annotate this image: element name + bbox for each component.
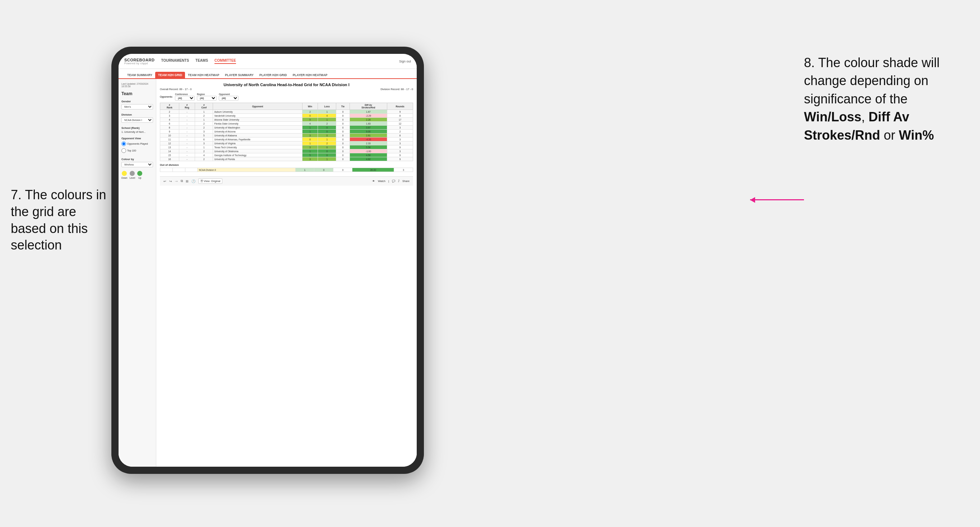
sidebar-division-section: Division NCAA Division I — [121, 113, 153, 123]
tablet-screen: SCOREBOARD Powered by clippd TOURNAMENTS… — [119, 54, 417, 467]
grid-icon[interactable]: ⊞ — [186, 179, 189, 183]
cell-loss: 1 — [318, 157, 336, 161]
conference-filter-label: Conference — [175, 93, 195, 95]
cell-loss: 2 — [318, 141, 336, 145]
right-arrow — [750, 199, 804, 200]
watch-icon: 👁 — [372, 179, 375, 183]
opponents-filter-label: Opponents: — [160, 95, 173, 98]
share-btn[interactable]: Share — [402, 179, 409, 183]
cell-diff: 2.61 — [350, 133, 387, 138]
overall-record: Overall Record: 89 - 17 - 0 — [160, 87, 191, 91]
copy-icon[interactable]: ⧉ — [181, 179, 183, 183]
undo-icon[interactable]: ↩ — [164, 179, 166, 183]
cell-conf: 2 — [195, 114, 213, 118]
redo-icon[interactable]: ↪ — [169, 179, 172, 183]
watch-btn[interactable]: Watch — [378, 179, 385, 183]
opponent-filter-select[interactable]: (All) — [219, 96, 239, 100]
cell-loss: 0 — [318, 130, 336, 133]
cell-conf: 1 — [195, 145, 213, 149]
tab-player-h2h-heatmap[interactable]: PLAYER H2H HEATMAP — [290, 72, 331, 78]
cell-diff: 4.62 — [350, 157, 387, 161]
cell-tie: 0 — [336, 141, 350, 145]
col-rank: #Rank — [160, 103, 179, 110]
cell-team: University of Florida — [213, 157, 302, 161]
legend-down: Down — [121, 171, 127, 179]
cell-tie: 0 — [336, 133, 350, 138]
cell-rounds: 3 — [387, 138, 413, 141]
view-original-btn[interactable]: ☰ View: Original — [198, 178, 223, 184]
cell-rounds: 9 — [387, 145, 413, 149]
cell-diff: -2.29 — [350, 114, 387, 118]
cell-rounds: 3 — [387, 141, 413, 145]
cell-rounds: 3 — [387, 149, 413, 153]
cell-rank: 6 — [160, 122, 179, 125]
tab-player-h2h-grid[interactable]: PLAYER H2H GRID — [256, 72, 290, 78]
comment-icon[interactable]: 💬 — [392, 179, 395, 183]
tab-team-h2h-heatmap[interactable]: TEAM H2H HEATMAP — [185, 72, 222, 78]
tab-team-summary[interactable]: TEAM SUMMARY — [124, 72, 155, 78]
cell-loss: 0 — [318, 149, 336, 153]
view-icon: ☰ — [200, 179, 204, 183]
division-select[interactable]: NCAA Division I — [121, 117, 153, 123]
cell-tie: 0 — [336, 114, 350, 118]
cell-reg: - — [179, 157, 195, 161]
legend-down-dot — [122, 171, 127, 176]
top100-radio[interactable]: Top 100 — [121, 148, 153, 153]
nav-teams[interactable]: TEAMS — [196, 59, 208, 64]
sign-out-button[interactable]: Sign out — [399, 60, 411, 63]
cell-tie: 0 — [336, 118, 350, 122]
cell-conf: 1 — [195, 110, 213, 114]
toolbar: ↩ ↪ ⤑ ⧉ ⊞ 🕐 ☰ View: Original 👁 Watch | — [160, 176, 413, 186]
cell-reg: - — [179, 141, 195, 145]
cell-tie: 0 — [336, 130, 350, 133]
cell-conf: 2 — [195, 157, 213, 161]
colour-by-select[interactable]: Win/loss — [121, 162, 153, 167]
cell-rank: 15 — [160, 153, 179, 157]
cell-win: 3 — [302, 133, 318, 138]
cell-rank: 10 — [160, 133, 179, 138]
cell-conf: 6 — [195, 138, 213, 141]
cell-loss: 2 — [318, 122, 336, 125]
nav-tournaments[interactable]: TOURNAMENTS — [161, 59, 189, 64]
cell-tie: 0 — [336, 157, 350, 161]
cell-reg: - — [179, 125, 195, 130]
step-icon[interactable]: ⤑ — [175, 179, 178, 183]
cell-rounds: 9 — [387, 153, 413, 157]
tab-team-h2h-grid[interactable]: TEAM H2H GRID — [155, 72, 185, 78]
annotation-right-bold3: Win% — [899, 128, 934, 143]
cell-diff: 2.33 — [350, 141, 387, 145]
cell-win: 4 — [302, 122, 318, 125]
cell-team: University of Oklahoma — [213, 149, 302, 153]
cell-loss: 0 — [318, 133, 336, 138]
out-division-row: NCAA Division II 1 0 0 26.00 3 — [160, 168, 413, 172]
cell-win: 3 — [302, 157, 318, 161]
share-icon[interactable]: ⤴ — [398, 179, 399, 183]
sub-nav: TEAM SUMMARY TEAM H2H GRID TEAM H2H HEAT… — [119, 69, 417, 79]
cell-win: 1 — [302, 149, 318, 153]
cell-tie: 0 — [333, 168, 352, 172]
cell-conf: 3 — [195, 141, 213, 145]
legend-level-dot — [130, 171, 135, 176]
opponents-played-radio[interactable]: Opponents Played — [121, 141, 153, 146]
conference-filter-select[interactable]: (All) — [175, 96, 195, 100]
cell-tie: 0 — [336, 122, 350, 125]
cell-loss: 1 — [318, 110, 336, 114]
table-row: 6 - 2 Florida State University 4 2 0 1.8… — [160, 122, 413, 125]
sidebar-team-section: Team — [121, 91, 153, 96]
tab-player-summary[interactable]: PLAYER SUMMARY — [222, 72, 256, 78]
clock-icon[interactable]: 🕐 — [191, 179, 196, 183]
cell-diff: 1.83 — [350, 122, 387, 125]
out-of-division-table: NCAA Division II 1 0 0 26.00 3 — [160, 168, 413, 172]
cell-conf: 1 — [195, 118, 213, 122]
conference-filter: Conference (All) — [175, 93, 195, 100]
cell-rounds: 3 — [387, 125, 413, 130]
cell-team: Auburn University — [213, 110, 302, 114]
nav-committee[interactable]: COMMITTEE — [215, 59, 236, 64]
gender-select[interactable]: Men's — [121, 104, 153, 110]
table-row: 3 - 2 Vanderbilt University 0 4 0 -2.29 … — [160, 114, 413, 118]
panel-title: University of North Carolina Head-to-Hea… — [160, 83, 413, 87]
region-filter-select[interactable]: (All) — [197, 96, 216, 100]
cell-reg: - — [179, 118, 195, 122]
cell-rank: 12 — [160, 141, 179, 145]
colour-by-label: Colour by — [121, 157, 153, 161]
